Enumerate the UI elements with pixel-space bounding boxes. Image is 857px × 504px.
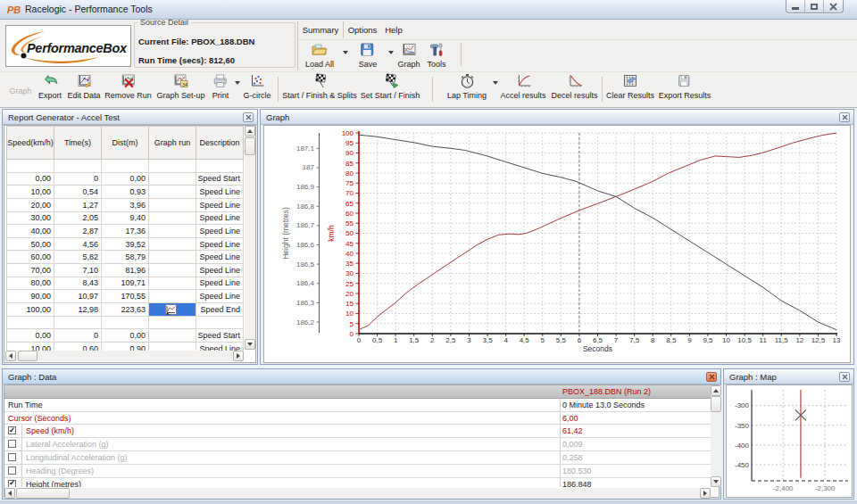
table-cell[interactable]: 0,00: [102, 329, 149, 343]
table-cell[interactable]: [149, 277, 196, 291]
table-cell[interactable]: [149, 251, 196, 264]
dropdown-caret-icon[interactable]: [343, 51, 348, 54]
parameter-checkbox[interactable]: [8, 440, 16, 448]
dropdown-caret-icon[interactable]: [493, 81, 498, 85]
toolbar-button-print[interactable]: Print: [212, 73, 229, 100]
table-cell[interactable]: 90,00: [6, 290, 54, 303]
table-cell[interactable]: 3,96: [102, 199, 149, 212]
data-vertical-scrollbar[interactable]: [711, 385, 721, 487]
scroll-down-button[interactable]: [711, 476, 721, 487]
report-vertical-scrollbar[interactable]: [245, 126, 255, 350]
table-cell[interactable]: Speed Start: [196, 329, 244, 343]
table-cell[interactable]: 0,00: [102, 173, 149, 186]
data-horizontal-scrollbar[interactable]: [4, 488, 711, 499]
close-button[interactable]: [824, 0, 843, 12]
scroll-thumb[interactable]: [16, 488, 70, 499]
table-cell[interactable]: 9,40: [102, 212, 149, 226]
graph-map-close-button[interactable]: [839, 372, 850, 382]
toolbar-button-remove-run[interactable]: Remove Run: [104, 73, 152, 100]
scroll-up-button[interactable]: [711, 385, 721, 396]
table-cell[interactable]: [149, 329, 196, 343]
table-cell[interactable]: Speed End: [196, 303, 244, 317]
table-cell[interactable]: [102, 160, 149, 173]
table-cell[interactable]: [149, 303, 196, 317]
table-cell[interactable]: 80,00: [6, 277, 54, 291]
maximize-button[interactable]: [805, 0, 824, 12]
table-cell[interactable]: Speed Line: [196, 277, 244, 291]
dropdown-caret-icon[interactable]: [235, 81, 240, 85]
track-map-chart[interactable]: -300-350-400-450-2,400-2,300: [727, 385, 853, 497]
table-cell[interactable]: 10,97: [54, 290, 102, 303]
scroll-thumb[interactable]: [18, 351, 37, 361]
speed-height-chart[interactable]: 186,2186,3186,4186,5186,6186,7186,8186,9…: [264, 126, 850, 362]
table-cell[interactable]: 223,63: [102, 303, 149, 317]
dropdown-caret-icon[interactable]: [388, 51, 394, 54]
table-cell[interactable]: [54, 160, 102, 173]
column-header-time-s-[interactable]: Time(s): [54, 127, 102, 160]
table-cell[interactable]: 0,93: [102, 186, 149, 199]
table-cell[interactable]: [196, 317, 244, 330]
table-cell[interactable]: Speed Line: [196, 199, 244, 212]
table-cell[interactable]: 30,00: [6, 212, 54, 226]
table-cell[interactable]: [149, 199, 196, 212]
toolbar-button-tools[interactable]: Tools: [427, 42, 445, 69]
toolbar-button-graph[interactable]: Graph: [9, 84, 31, 95]
table-cell[interactable]: [149, 173, 196, 186]
scroll-left-button[interactable]: [4, 488, 15, 499]
menu-item-options[interactable]: Options: [343, 23, 383, 37]
table-cell[interactable]: 20,00: [6, 199, 54, 212]
table-cell[interactable]: 70,00: [6, 264, 54, 277]
table-cell[interactable]: 10,00: [6, 186, 54, 199]
graph-panel-close-button[interactable]: [839, 112, 850, 122]
table-cell[interactable]: [149, 343, 196, 351]
table-cell[interactable]: 0,00: [6, 329, 54, 343]
table-cell[interactable]: 2,87: [54, 225, 102, 238]
table-cell[interactable]: 100,00: [6, 303, 54, 317]
table-cell[interactable]: 10,00: [6, 343, 54, 351]
table-cell[interactable]: 170,55: [102, 290, 149, 303]
table-cell[interactable]: [54, 317, 102, 330]
parameter-checkbox[interactable]: ✓: [8, 480, 16, 487]
table-cell[interactable]: 7,10: [54, 264, 102, 277]
parameter-checkbox[interactable]: [8, 467, 16, 475]
table-cell[interactable]: 58,79: [102, 251, 149, 264]
toolbar-button-set-start-finish[interactable]: Set Start / Finish: [361, 73, 420, 100]
toolbar-button-lap-timing[interactable]: Lap Timing: [447, 73, 487, 100]
table-cell[interactable]: 1,27: [54, 199, 102, 212]
table-cell[interactable]: 0: [54, 173, 102, 186]
scroll-thumb[interactable]: [245, 137, 255, 155]
table-cell[interactable]: 17,36: [102, 225, 149, 238]
table-cell[interactable]: [149, 225, 196, 238]
table-cell[interactable]: Speed Line: [196, 238, 244, 252]
table-cell[interactable]: Speed Line: [196, 225, 244, 238]
parameter-checkbox[interactable]: [8, 453, 16, 461]
scroll-down-button[interactable]: [245, 339, 255, 350]
column-header-description[interactable]: Description: [196, 127, 244, 160]
minimize-button[interactable]: [786, 0, 805, 12]
table-cell[interactable]: 0: [54, 329, 102, 343]
scroll-right-button[interactable]: [700, 488, 711, 499]
table-cell[interactable]: [149, 186, 196, 199]
column-header-graph-run[interactable]: Graph run: [149, 127, 196, 160]
table-cell[interactable]: [149, 160, 196, 173]
toolbar-button-save[interactable]: Save: [359, 42, 378, 69]
table-cell[interactable]: [149, 290, 196, 303]
table-cell[interactable]: 2,05: [54, 212, 102, 226]
table-cell[interactable]: 109,71: [102, 277, 149, 291]
table-cell[interactable]: Speed Line: [196, 212, 244, 226]
column-header-dist-m-[interactable]: Dist(m): [102, 127, 149, 160]
toolbar-button-edit-data[interactable]: Edit Data: [67, 73, 100, 100]
table-cell[interactable]: Speed Start: [196, 173, 244, 186]
table-cell[interactable]: [149, 212, 196, 226]
report-horizontal-scrollbar[interactable]: [5, 351, 244, 361]
report-generator-close-button[interactable]: [243, 112, 254, 122]
table-cell[interactable]: [6, 317, 54, 330]
scroll-thumb[interactable]: [711, 396, 721, 412]
table-cell[interactable]: Speed Line: [196, 186, 244, 199]
table-cell[interactable]: 8,43: [54, 277, 102, 291]
scroll-left-button[interactable]: [5, 351, 16, 361]
toolbar-button-export-results[interactable]: Export Results: [659, 73, 711, 100]
toolbar-button-load-all[interactable]: Load All: [305, 42, 334, 69]
toolbar-button-export[interactable]: Export: [38, 73, 62, 100]
table-cell[interactable]: 0,00: [6, 173, 54, 186]
